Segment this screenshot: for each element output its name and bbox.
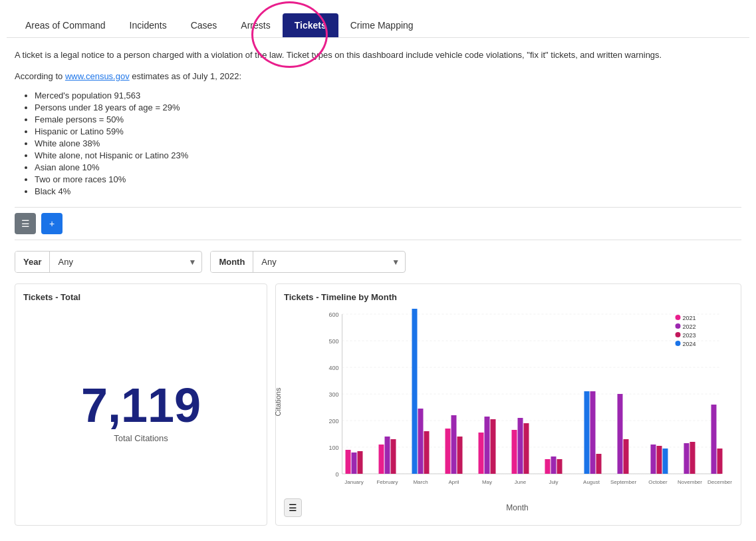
filter-bar: ☰ + xyxy=(15,207,741,240)
svg-point-28 xyxy=(676,315,681,320)
chart-list-view-button[interactable]: ☰ xyxy=(284,498,302,517)
bar-jan-2023 xyxy=(358,451,363,474)
stats-list-item: Asian alone 10% xyxy=(35,162,741,172)
svg-text:2024: 2024 xyxy=(683,341,696,347)
dropdowns-row: Year Any 2021 2022 2023 2024 ▼ Month Any… xyxy=(15,251,741,273)
bar-mar-2023 xyxy=(424,431,430,474)
nav-item-arrests[interactable]: Arrests xyxy=(229,13,282,37)
svg-text:August: August xyxy=(583,479,600,485)
description-text: A ticket is a legal notice to a person c… xyxy=(15,49,741,62)
chart-bottom: ☰ Month xyxy=(284,498,733,517)
svg-text:June: June xyxy=(515,479,527,485)
bar-oct-2022 xyxy=(651,445,656,474)
svg-text:100: 100 xyxy=(328,445,338,451)
year-select[interactable]: Any 2021 2022 2023 2024 xyxy=(50,252,183,272)
svg-text:December: December xyxy=(707,479,732,485)
svg-text:May: May xyxy=(482,479,492,485)
total-panel: Tickets - Total 7,119 Total Citations xyxy=(15,283,267,526)
stats-list-item: Merced's population 91,563 xyxy=(35,90,741,100)
bar-nov-2023 xyxy=(690,442,695,474)
nav-bar: Areas of Command Incidents Cases Arrests… xyxy=(7,7,749,38)
svg-point-34 xyxy=(676,341,681,346)
year-dropdown-group: Year Any 2021 2022 2023 2024 ▼ xyxy=(15,251,202,273)
nav-item-tickets[interactable]: Tickets xyxy=(283,13,338,37)
bar-jul-2021 xyxy=(545,459,551,474)
svg-text:July: July xyxy=(549,479,558,485)
bar-may-2021 xyxy=(479,433,484,474)
filter-button[interactable]: ☰ xyxy=(15,213,36,234)
nav-item-cases[interactable]: Cases xyxy=(179,13,229,37)
bar-chart: 0 100 200 300 400 500 600 xyxy=(311,307,733,494)
bar-apr-2023 xyxy=(457,437,463,474)
stats-list-item: Black 4% xyxy=(35,186,741,196)
svg-point-30 xyxy=(676,323,681,329)
svg-text:January: January xyxy=(344,479,363,485)
bar-may-2022 xyxy=(485,417,490,474)
bar-jul-2022 xyxy=(551,456,557,474)
bar-feb-2022 xyxy=(385,437,390,474)
nav-item-areas[interactable]: Areas of Command xyxy=(13,13,118,37)
total-citations-number: 7,119 xyxy=(81,381,201,429)
svg-text:February: February xyxy=(376,479,398,485)
svg-point-32 xyxy=(676,332,681,337)
content-area: A ticket is a legal notice to a person c… xyxy=(7,38,749,536)
chart-container: Citations xyxy=(284,307,733,496)
total-panel-title: Tickets - Total xyxy=(23,292,259,302)
bar-aug-2024 xyxy=(584,391,590,474)
chart-x-axis-label: Month xyxy=(302,503,733,512)
total-number-area: 7,119 Total Citations xyxy=(23,307,259,517)
bar-may-2023 xyxy=(491,419,496,474)
svg-text:500: 500 xyxy=(328,338,338,345)
year-label: Year xyxy=(15,252,50,272)
y-axis-label: Citations xyxy=(274,387,282,416)
bar-jan-2022 xyxy=(352,452,357,474)
svg-text:2021: 2021 xyxy=(683,315,696,321)
total-citations-label: Total Citations xyxy=(114,433,168,443)
bar-nov-2022 xyxy=(684,443,690,474)
bar-mar-2022 xyxy=(418,409,424,474)
bar-sep-2022 xyxy=(618,394,623,474)
bar-dec-2022 xyxy=(711,405,717,474)
bar-mar-2024 xyxy=(412,309,418,474)
month-select[interactable]: Any JanuaryFebruaryMarch AprilMayJune Ju… xyxy=(253,252,386,272)
svg-text:September: September xyxy=(610,479,636,485)
bar-feb-2021 xyxy=(379,445,384,474)
bar-jul-2023 xyxy=(557,459,563,474)
bar-jun-2022 xyxy=(518,418,523,474)
bar-aug-2023 xyxy=(596,454,602,474)
nav-item-crime-mapping[interactable]: Crime Mapping xyxy=(338,13,426,37)
svg-text:2022: 2022 xyxy=(683,323,696,330)
year-chevron-icon: ▼ xyxy=(183,252,201,272)
nav-item-incidents[interactable]: Incidents xyxy=(118,13,179,37)
svg-text:November: November xyxy=(678,479,702,485)
bar-apr-2022 xyxy=(451,415,457,474)
timeline-panel-title: Tickets - Timeline by Month xyxy=(284,292,733,302)
bar-sep-2023 xyxy=(624,439,629,474)
census-link[interactable]: www.census.gov xyxy=(65,71,130,81)
census-suffix: estimates as of July 1, 2022: xyxy=(130,71,241,81)
month-label: Month xyxy=(211,252,253,272)
bar-dec-2023 xyxy=(717,449,723,474)
svg-text:0: 0 xyxy=(335,471,338,478)
month-dropdown-group: Month Any JanuaryFebruaryMarch AprilMayJ… xyxy=(210,251,406,273)
add-filter-button[interactable]: + xyxy=(41,213,63,234)
svg-text:400: 400 xyxy=(328,365,338,371)
stats-list: Merced's population 91,563Persons under … xyxy=(35,90,741,196)
bar-jan-2021 xyxy=(346,450,351,474)
bar-oct-2024 xyxy=(663,449,668,474)
charts-row: Tickets - Total 7,119 Total Citations Ti… xyxy=(15,283,741,526)
stats-list-item: White alone 38% xyxy=(35,138,741,148)
bar-apr-2021 xyxy=(445,429,451,474)
bar-feb-2023 xyxy=(391,439,396,474)
bar-jun-2021 xyxy=(512,430,517,474)
census-reference: According to www.census.gov estimates as… xyxy=(15,70,741,83)
stats-list-item: White alone, not Hispanic or Latino 23% xyxy=(35,150,741,160)
stats-list-item: Hispanic or Latino 59% xyxy=(35,126,741,136)
timeline-panel: Tickets - Timeline by Month Citations xyxy=(275,283,741,526)
svg-text:April: April xyxy=(448,479,459,485)
month-chevron-icon: ▼ xyxy=(386,252,405,272)
svg-text:March: March xyxy=(413,479,428,485)
stats-list-item: Two or more races 10% xyxy=(35,174,741,184)
svg-text:600: 600 xyxy=(328,311,338,318)
census-prefix: According to xyxy=(15,71,65,81)
